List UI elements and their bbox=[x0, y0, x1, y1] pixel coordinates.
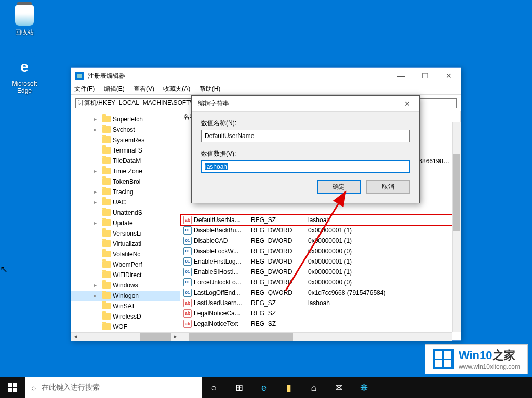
value-type-icon bbox=[183, 226, 192, 235]
tree-item-label: WOF bbox=[113, 323, 127, 331]
regedit-menubar: 文件(F) 编辑(E) 查看(V) 收藏夹(A) 帮助(H) bbox=[71, 84, 461, 95]
folder-icon bbox=[102, 219, 111, 226]
dialog-close-button[interactable]: ✕ bbox=[395, 96, 419, 112]
tree-item[interactable]: ▸Windows bbox=[71, 280, 180, 291]
watermark-url: www.win10xitong.com bbox=[459, 363, 520, 370]
expand-icon[interactable]: ▸ bbox=[92, 282, 98, 288]
tree-item[interactable]: WinSAT bbox=[71, 301, 180, 311]
tree-item-label: VersionsLi bbox=[113, 230, 141, 237]
scroll-thumb[interactable] bbox=[140, 333, 171, 341]
value-data-input[interactable]: iashoah bbox=[201, 160, 410, 173]
folder-icon bbox=[102, 188, 111, 195]
tree-item[interactable]: VolatileNc bbox=[71, 249, 180, 259]
tree-horizontal-scrollbar[interactable]: ◄ ► bbox=[71, 332, 180, 341]
folder-icon bbox=[102, 251, 111, 257]
task-view-icon[interactable]: ⊞ bbox=[227, 377, 251, 398]
cursor-icon: ↖ bbox=[0, 264, 8, 275]
value-row[interactable]: LastUsedUsern...REG_SZiashoah bbox=[180, 298, 461, 308]
close-button[interactable]: ✕ bbox=[437, 68, 461, 84]
scroll-left-arrow[interactable]: ◄ bbox=[71, 333, 80, 341]
expand-icon[interactable]: ▸ bbox=[92, 293, 98, 298]
edge-label: Microsoft Edge bbox=[6, 80, 43, 94]
regedit-tree[interactable]: ▸Superfetch▸SvchostSystemResTerminal STi… bbox=[71, 111, 180, 341]
tree-item[interactable]: ▸Tracing bbox=[71, 187, 180, 197]
value-type-icon bbox=[183, 299, 192, 307]
folder-icon bbox=[102, 209, 111, 216]
expand-icon[interactable]: ▸ bbox=[92, 168, 98, 174]
menu-help[interactable]: 帮助(H) bbox=[200, 85, 221, 92]
value-row[interactable]: EnableFirstLog...REG_DWORD0x00000001 (1) bbox=[180, 256, 461, 267]
folder-icon bbox=[102, 168, 111, 174]
regedit-titlebar[interactable]: 注册表编辑器 — ☐ ✕ bbox=[71, 68, 461, 84]
tree-item[interactable]: ▸Time Zone bbox=[71, 166, 180, 176]
expand-icon[interactable]: ▸ bbox=[92, 199, 98, 205]
tree-item-label: WiFiDirect bbox=[113, 271, 141, 279]
app-taskbar-icon[interactable]: ❋ bbox=[351, 377, 376, 398]
tree-item[interactable]: TileDataM bbox=[71, 156, 180, 166]
scroll-thumb[interactable] bbox=[453, 154, 460, 231]
value-data: 0x00000001 (1) bbox=[305, 268, 461, 276]
explorer-taskbar-icon[interactable]: ▮ bbox=[276, 377, 301, 398]
taskbar-search[interactable]: ⌕ 在此键入进行搜索 bbox=[25, 377, 202, 398]
desktop-icon-edge[interactable]: e Microsoft Edge bbox=[6, 56, 43, 94]
menu-edit[interactable]: 编辑(E) bbox=[104, 85, 125, 92]
value-name-input[interactable] bbox=[201, 130, 410, 142]
tree-item[interactable]: WirelessD bbox=[71, 311, 180, 322]
tree-item[interactable]: WbemPerf bbox=[71, 259, 180, 270]
ok-button[interactable]: 确定 bbox=[317, 180, 361, 194]
edge-taskbar-icon[interactable]: e bbox=[251, 377, 276, 398]
tree-item-label: WbemPerf bbox=[113, 261, 142, 268]
store-taskbar-icon[interactable]: ⌂ bbox=[301, 377, 326, 398]
dialog-title: 编辑字符串 bbox=[196, 99, 395, 108]
tree-item[interactable]: ▸UAC bbox=[71, 197, 180, 208]
tree-item[interactable]: WiFiDirect bbox=[71, 270, 180, 280]
value-row[interactable]: LastLogOffEnd...REG_QWORD0x1d7cc9668 (79… bbox=[180, 287, 461, 298]
edit-string-dialog: 编辑字符串 ✕ 数值名称(N): 数值数据(V): iashoah 确定 取消 bbox=[191, 95, 420, 203]
desktop-icon-recycle-bin[interactable]: 回收站 bbox=[6, 5, 43, 37]
expand-icon[interactable]: ▸ bbox=[92, 220, 98, 226]
expand-icon[interactable]: ▸ bbox=[92, 189, 98, 195]
tree-item[interactable]: ▸Winlogon bbox=[71, 291, 180, 301]
regedit-app-icon bbox=[75, 72, 84, 80]
value-row[interactable]: EnableSIHostI...REG_DWORD0x00000001 (1) bbox=[180, 267, 461, 277]
value-type: REG_SZ bbox=[248, 320, 305, 327]
recycle-bin-label: 回收站 bbox=[6, 28, 43, 37]
scroll-thumb[interactable] bbox=[189, 333, 293, 341]
cancel-button[interactable]: 取消 bbox=[366, 180, 410, 194]
tree-item[interactable]: ▸Superfetch bbox=[71, 114, 180, 125]
values-vertical-scrollbar[interactable] bbox=[452, 122, 461, 332]
maximize-button[interactable]: ☐ bbox=[413, 68, 437, 84]
tree-item[interactable]: TokenBrol bbox=[71, 176, 180, 187]
tree-item[interactable]: SystemRes bbox=[71, 135, 180, 145]
values-horizontal-scrollbar[interactable] bbox=[180, 332, 452, 341]
mail-taskbar-icon[interactable]: ✉ bbox=[326, 377, 351, 398]
expand-icon[interactable]: ▸ bbox=[92, 127, 98, 132]
value-row[interactable]: ForceUnlockLo...REG_DWORD0x00000000 (0) bbox=[180, 277, 461, 287]
tree-item[interactable]: Virtualizati bbox=[71, 239, 180, 249]
value-name: DisableBackBu... bbox=[194, 227, 248, 234]
value-type-icon bbox=[183, 278, 192, 286]
tree-item[interactable]: ▸Svchost bbox=[71, 125, 180, 135]
minimize-button[interactable]: — bbox=[389, 68, 413, 84]
tree-item[interactable]: WOF bbox=[71, 322, 180, 332]
menu-file[interactable]: 文件(F) bbox=[74, 85, 95, 92]
dialog-titlebar[interactable]: 编辑字符串 ✕ bbox=[192, 96, 419, 112]
tree-item[interactable]: ▸Update bbox=[71, 218, 180, 228]
value-row[interactable]: DefaultUserNa...REG_SZiashoah bbox=[180, 215, 461, 225]
tree-item[interactable]: Terminal S bbox=[71, 145, 180, 156]
menu-view[interactable]: 查看(V) bbox=[134, 85, 154, 92]
value-row[interactable]: DisableLockW...REG_DWORD0x00000000 (0) bbox=[180, 246, 461, 256]
value-row[interactable]: LegalNoticeTextREG_SZ bbox=[180, 319, 461, 329]
value-row[interactable]: DisableBackBu...REG_DWORD0x00000001 (1) bbox=[180, 225, 461, 236]
value-row[interactable]: DisableCADREG_DWORD0x00000001 (1) bbox=[180, 236, 461, 246]
start-button[interactable] bbox=[0, 377, 25, 398]
scroll-right-arrow[interactable]: ► bbox=[171, 333, 180, 341]
value-name: LastUsedUsern... bbox=[194, 299, 248, 307]
menu-fav[interactable]: 收藏夹(A) bbox=[163, 85, 190, 92]
cortana-icon[interactable]: ○ bbox=[202, 377, 227, 398]
expand-icon[interactable]: ▸ bbox=[92, 116, 98, 122]
value-type: REG_SZ bbox=[248, 310, 305, 317]
value-row[interactable]: LegalNoticeCa...REG_SZ bbox=[180, 308, 461, 319]
tree-item[interactable]: VersionsLi bbox=[71, 228, 180, 239]
tree-item[interactable]: UnattendS bbox=[71, 208, 180, 218]
